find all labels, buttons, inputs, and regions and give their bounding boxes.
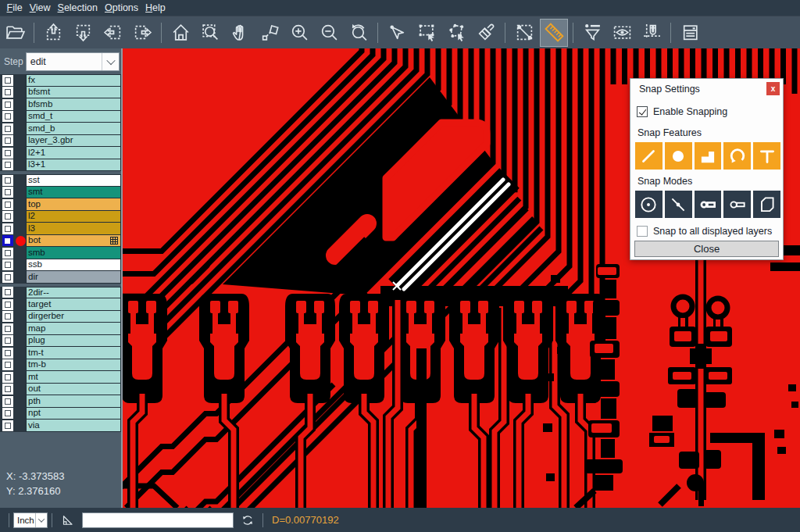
- command-input[interactable]: [82, 512, 234, 528]
- layer-name[interactable]: smb: [26, 247, 121, 259]
- menu-options[interactable]: Options: [101, 0, 141, 16]
- layer-visibility-checkbox[interactable]: [2, 259, 13, 270]
- snap-magnet-button[interactable]: [638, 20, 665, 46]
- layer-name[interactable]: tm-t: [26, 347, 121, 359]
- layer-name[interactable]: mt: [26, 371, 121, 384]
- snap-surface-button[interactable]: [695, 142, 722, 170]
- menu-selection[interactable]: Selection: [54, 0, 101, 16]
- measure-ruler-button[interactable]: [541, 20, 567, 46]
- filter-button[interactable]: [579, 20, 605, 46]
- snap-arc-button[interactable]: [723, 142, 751, 170]
- layer-name[interactable]: top: [26, 198, 121, 211]
- layer-visibility-checkbox[interactable]: [2, 223, 13, 234]
- menu-help[interactable]: Help: [142, 0, 170, 16]
- layer-visibility-checkbox[interactable]: [2, 348, 13, 359]
- open-folder-button[interactable]: [2, 20, 28, 46]
- layer-name[interactable]: l2: [26, 211, 121, 223]
- layer-name[interactable]: sst: [26, 174, 121, 187]
- enable-snapping-checkbox[interactable]: [637, 106, 648, 117]
- step-select[interactable]: edit: [26, 52, 120, 71]
- layer-name[interactable]: ssb: [26, 259, 121, 272]
- layer-visibility-checkbox[interactable]: [2, 311, 13, 322]
- layer-name[interactable]: dirgerber: [26, 311, 121, 323]
- layer-visibility-checkbox[interactable]: [2, 123, 13, 134]
- unit-select-dropdown[interactable]: [35, 513, 47, 527]
- close-icon[interactable]: x: [766, 82, 780, 95]
- snap-pad-key-filled-button[interactable]: [695, 191, 722, 218]
- layer-name[interactable]: dir: [26, 271, 121, 284]
- step-select-dropdown[interactable]: [102, 53, 119, 70]
- angle-icon[interactable]: [59, 512, 76, 529]
- layer-name[interactable]: smt: [26, 187, 121, 199]
- snap-center-button[interactable]: [635, 191, 662, 218]
- layer-visibility-checkbox[interactable]: [2, 372, 13, 383]
- layer-visibility-checkbox[interactable]: [2, 175, 13, 186]
- layer-visibility-checkbox[interactable]: [2, 135, 13, 146]
- snap-midpoint-button[interactable]: [665, 191, 692, 218]
- paste-up-button[interactable]: [40, 20, 66, 46]
- layer-name[interactable]: out: [26, 384, 121, 396]
- zoom-out-button[interactable]: [316, 20, 342, 46]
- layer-visibility-checkbox[interactable]: [2, 420, 13, 431]
- layer-name[interactable]: tm-b: [26, 359, 121, 372]
- layer-visibility-checkbox[interactable]: [2, 199, 13, 210]
- layer-visibility-checkbox[interactable]: [2, 299, 13, 310]
- paste-left-button[interactable]: [99, 20, 126, 46]
- snap-pad-key-button[interactable]: [723, 191, 751, 218]
- layer-name[interactable]: plug: [26, 335, 121, 348]
- layer-visibility-checkbox[interactable]: [2, 148, 13, 159]
- layer-name[interactable]: pth: [26, 395, 121, 408]
- measure-line-button[interactable]: [511, 20, 538, 46]
- layer-name[interactable]: bot: [26, 235, 121, 248]
- layer-name[interactable]: l3+1: [26, 159, 121, 172]
- layer-visibility-checkbox[interactable]: [2, 384, 13, 395]
- zoom-in-button[interactable]: [286, 20, 312, 46]
- layer-name[interactable]: bfsmb: [26, 98, 121, 111]
- layer-name[interactable]: bfsmt: [26, 87, 121, 99]
- layer-name[interactable]: npt: [26, 408, 121, 420]
- layer-visibility-checkbox[interactable]: [2, 75, 13, 86]
- layer-visibility-checkbox[interactable]: [2, 111, 13, 122]
- layer-visibility-checkbox[interactable]: [2, 359, 13, 370]
- pan-button[interactable]: [227, 20, 253, 46]
- snap-text-button[interactable]: [753, 142, 780, 170]
- layer-visibility-checkbox[interactable]: [2, 99, 13, 110]
- zoom-window-button[interactable]: [197, 20, 223, 46]
- layer-name[interactable]: via: [26, 420, 121, 432]
- layer-name[interactable]: map: [26, 323, 121, 335]
- select-polygon-button[interactable]: [443, 20, 470, 46]
- layer-name[interactable]: smd_b: [26, 123, 121, 135]
- layer-name[interactable]: target: [26, 298, 121, 311]
- layer-visibility-checkbox[interactable]: [2, 211, 13, 222]
- layer-visibility-checkbox[interactable]: [2, 248, 13, 259]
- sync-icon[interactable]: [239, 512, 256, 529]
- layer-visibility-checkbox[interactable]: [2, 408, 13, 419]
- layer-name[interactable]: l2+1: [26, 147, 121, 159]
- menu-file[interactable]: File: [3, 0, 26, 16]
- snap-line-button[interactable]: [635, 142, 662, 170]
- close-button[interactable]: Close: [634, 241, 779, 257]
- layer-visibility-checkbox[interactable]: [2, 335, 13, 346]
- home-button[interactable]: [167, 20, 194, 46]
- brush-button[interactable]: [473, 20, 499, 46]
- pcb-canvas[interactable]: Snap Settings x Enable Snapping Snap Fea…: [121, 48, 800, 508]
- select-arrow-button[interactable]: [384, 20, 410, 46]
- paste-right-button[interactable]: [129, 20, 155, 46]
- layer-visibility-checkbox[interactable]: [2, 323, 13, 334]
- layer-visibility-checkbox[interactable]: [2, 235, 13, 246]
- report-button[interactable]: [677, 20, 703, 46]
- layer-name[interactable]: smd_t: [26, 111, 121, 123]
- layer-visibility-checkbox[interactable]: [2, 287, 13, 298]
- zoom-previous-button[interactable]: [345, 20, 372, 46]
- layer-visibility-checkbox[interactable]: [2, 187, 13, 198]
- menu-view[interactable]: View: [26, 0, 54, 16]
- layer-visibility-checkbox[interactable]: [2, 159, 13, 170]
- layer-visibility-checkbox[interactable]: [2, 396, 13, 407]
- select-rectangle-button[interactable]: [413, 20, 440, 46]
- layer-visibility-checkbox[interactable]: [2, 272, 13, 283]
- unit-select[interactable]: Inch: [13, 512, 48, 528]
- layer-name[interactable]: layer_3.gbr: [26, 135, 121, 148]
- layer-name[interactable]: fx: [26, 74, 121, 87]
- layer-name[interactable]: 2dir--: [26, 287, 121, 299]
- snap-pad-button[interactable]: [665, 142, 692, 170]
